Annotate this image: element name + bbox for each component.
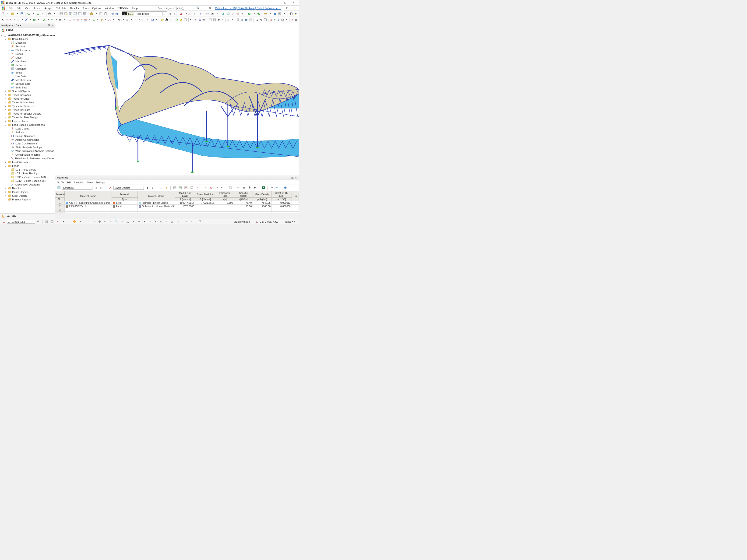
table-row[interactable]: 3 <box>55 208 299 212</box>
move-dropdown[interactable] <box>122 17 125 22</box>
redo-icon[interactable] <box>36 11 40 16</box>
extrude-icon[interactable] <box>125 17 129 22</box>
view-x-icon[interactable]: X <box>269 17 273 22</box>
line-snap-icon[interactable] <box>114 219 119 224</box>
text-dropdown[interactable] <box>189 219 194 224</box>
nodal-load-icon[interactable] <box>68 17 72 22</box>
lcc-load-combinations[interactable]: ›Load Combinations <box>0 142 55 145</box>
num-dropdown[interactable] <box>155 17 158 22</box>
redo-dropdown[interactable] <box>41 11 45 16</box>
pin-icon[interactable]: ⊟ <box>48 24 50 27</box>
load-lc1[interactable]: ›LC1 - Peso propio <box>0 168 55 171</box>
menu-window[interactable]: Window <box>103 6 115 10</box>
vis-dropdown[interactable] <box>221 17 224 22</box>
workspace-combo[interactable]: 1 - Global XYZ⌄ <box>7 220 35 223</box>
menu-file[interactable]: File <box>7 6 15 10</box>
lcc-node[interactable]: ⌄Load Cases & Combinations <box>0 123 55 127</box>
mat-menu-settings[interactable]: Settings <box>96 181 105 184</box>
axis-x-icon[interactable]: X←→ <box>189 11 194 16</box>
menu-tools[interactable]: Tools <box>81 6 90 10</box>
menu-calculate[interactable]: Calculate <box>54 6 68 10</box>
display-solid-icon[interactable] <box>240 17 244 22</box>
member-dropdown[interactable] <box>29 17 32 22</box>
endrelease-icon[interactable] <box>189 17 193 22</box>
pin-icon[interactable]: ⊟ <box>285 6 290 10</box>
delete-row-icon[interactable] <box>183 186 188 190</box>
mat-menu-edit[interactable]: Edit <box>67 181 71 184</box>
zoom-fit-icon[interactable] <box>263 17 267 22</box>
lcc-actions[interactable]: ›Actions <box>0 130 55 134</box>
group-types-for-solids[interactable]: ›Types for Solids <box>0 108 55 112</box>
axis-y-icon[interactable]: Y←→ <box>194 11 199 16</box>
outdent-icon[interactable]: ⇤ <box>220 186 224 190</box>
select-dropdown[interactable] <box>5 17 8 22</box>
support-dropdown[interactable] <box>184 11 188 16</box>
navigator-root[interactable]: RFEM <box>0 28 55 33</box>
rigid-link-icon[interactable] <box>194 17 198 22</box>
osnap2-icon[interactable]: ◇ <box>159 219 163 224</box>
viewport-3d[interactable] <box>55 23 299 175</box>
nl-dropdown[interactable] <box>72 17 76 22</box>
maximize-button[interactable]: ☐ <box>281 0 289 6</box>
endgrp-steel-design[interactable]: ›Steel Design <box>0 194 55 197</box>
menu-insert[interactable]: Insert <box>33 6 42 10</box>
keyword-search[interactable] <box>156 6 198 10</box>
basic-surface-sets[interactable]: Surface Sets <box>0 82 55 86</box>
delete-icon[interactable]: ✕ <box>290 17 294 22</box>
angle-snap-icon[interactable] <box>125 219 130 224</box>
unit-icon[interactable]: .00 <box>275 186 279 190</box>
add-row-icon[interactable] <box>172 186 177 190</box>
new-dropdown[interactable] <box>6 11 10 16</box>
vis-hide-icon[interactable] <box>213 17 216 22</box>
help-icon[interactable]: ? <box>283 186 288 190</box>
menu-results[interactable]: Results <box>69 6 80 10</box>
model-data-icon[interactable] <box>89 11 93 16</box>
show-results-icon[interactable] <box>222 11 226 16</box>
osnap3-icon[interactable]: △ <box>170 219 175 224</box>
member-info-icon[interactable]: i <box>273 11 277 16</box>
menu-help[interactable]: Help <box>131 6 139 10</box>
navigator-icon[interactable] <box>69 11 73 16</box>
loads-node[interactable]: ⌄Loads <box>0 164 55 168</box>
save-icon[interactable] <box>20 11 24 16</box>
divide-icon[interactable] <box>133 17 137 22</box>
lcc-design-situations[interactable]: ›Design Situations <box>0 134 55 138</box>
mat-menu-view[interactable]: View <box>87 181 93 184</box>
basic-thicknesses[interactable]: ›Thicknesses <box>0 48 55 52</box>
minimize-button[interactable]: − <box>273 0 281 6</box>
prev-icon[interactable]: ◄ <box>168 11 172 16</box>
group-types-for-steel-design[interactable]: ›Types for Steel Design <box>0 115 55 119</box>
lsnap-dropdown[interactable] <box>120 219 124 224</box>
find-icon[interactable] <box>255 17 259 22</box>
plane-snap-icon[interactable] <box>103 219 107 224</box>
view-z-icon[interactable]: Z <box>277 17 280 22</box>
objects-combo[interactable]: Basic Objects⌄ <box>113 186 144 190</box>
license-link[interactable]: Online License 23 | Eliška Kafková | Dlu… <box>213 7 282 9</box>
extrude-dropdown[interactable] <box>130 17 133 22</box>
view-dropdown[interactable] <box>285 17 288 22</box>
box-snap-icon[interactable]: ☐ <box>198 219 202 224</box>
close-icon[interactable]: ✕ <box>295 176 297 179</box>
lcc-action-combinations[interactable]: ›Action Combinations <box>0 138 55 142</box>
connect-icon[interactable] <box>141 17 145 22</box>
vis-show-icon[interactable] <box>217 17 221 22</box>
window-icon[interactable] <box>78 11 82 16</box>
view-iso-icon[interactable] <box>281 17 284 22</box>
ns-dropdown[interactable] <box>47 17 50 22</box>
status-plane[interactable]: Plane: XY <box>281 219 298 224</box>
select-mode-icon[interactable] <box>1 214 5 218</box>
tables-icon[interactable] <box>59 11 63 16</box>
id-dropdown[interactable] <box>112 17 115 22</box>
basic-sections[interactable]: ›Sections <box>0 45 55 48</box>
load-lc2[interactable]: ›LC2 - Form Finding <box>0 171 55 175</box>
copy-row-icon[interactable] <box>189 186 194 190</box>
indent-icon[interactable]: ⇥ <box>214 186 219 190</box>
check-icon[interactable] <box>203 186 208 190</box>
excel-icon[interactable]: X <box>261 186 266 190</box>
next-cat-icon[interactable]: ► <box>99 186 104 190</box>
basic-solids[interactable]: Solids <box>0 71 55 75</box>
os3-dropdown[interactable] <box>176 219 180 224</box>
isolines-icon[interactable] <box>226 11 230 16</box>
dsnap-dropdown[interactable] <box>142 219 147 224</box>
vis-sel-icon[interactable] <box>208 17 212 22</box>
